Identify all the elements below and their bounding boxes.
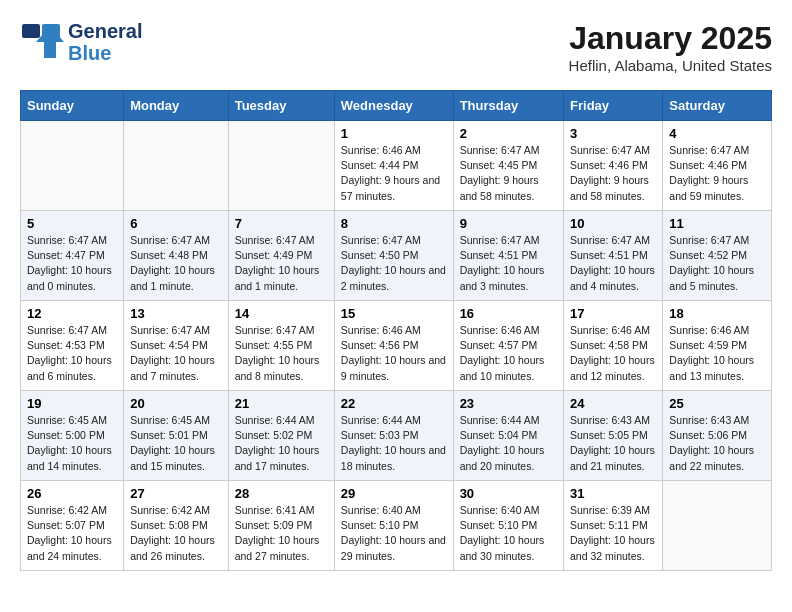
week-row-2: 5Sunrise: 6:47 AM Sunset: 4:47 PM Daylig… [21, 211, 772, 301]
calendar-cell: 1Sunrise: 6:46 AM Sunset: 4:44 PM Daylig… [334, 121, 453, 211]
calendar-cell: 10Sunrise: 6:47 AM Sunset: 4:51 PM Dayli… [564, 211, 663, 301]
logo: General Blue [20, 20, 142, 64]
day-info: Sunrise: 6:40 AM Sunset: 5:10 PM Dayligh… [341, 503, 447, 564]
day-number: 5 [27, 216, 117, 231]
day-number: 21 [235, 396, 328, 411]
day-info: Sunrise: 6:47 AM Sunset: 4:54 PM Dayligh… [130, 323, 222, 384]
day-info: Sunrise: 6:45 AM Sunset: 5:00 PM Dayligh… [27, 413, 117, 474]
header-day-tuesday: Tuesday [228, 91, 334, 121]
day-info: Sunrise: 6:47 AM Sunset: 4:55 PM Dayligh… [235, 323, 328, 384]
day-info: Sunrise: 6:47 AM Sunset: 4:50 PM Dayligh… [341, 233, 447, 294]
day-number: 28 [235, 486, 328, 501]
day-info: Sunrise: 6:47 AM Sunset: 4:48 PM Dayligh… [130, 233, 222, 294]
header-day-wednesday: Wednesday [334, 91, 453, 121]
calendar-cell: 19Sunrise: 6:45 AM Sunset: 5:00 PM Dayli… [21, 391, 124, 481]
day-number: 27 [130, 486, 222, 501]
day-number: 7 [235, 216, 328, 231]
day-number: 15 [341, 306, 447, 321]
day-info: Sunrise: 6:42 AM Sunset: 5:08 PM Dayligh… [130, 503, 222, 564]
day-number: 6 [130, 216, 222, 231]
day-info: Sunrise: 6:47 AM Sunset: 4:49 PM Dayligh… [235, 233, 328, 294]
calendar-body: 1Sunrise: 6:46 AM Sunset: 4:44 PM Daylig… [21, 121, 772, 571]
calendar-cell: 5Sunrise: 6:47 AM Sunset: 4:47 PM Daylig… [21, 211, 124, 301]
logo-icon [20, 22, 64, 62]
day-number: 17 [570, 306, 656, 321]
day-info: Sunrise: 6:42 AM Sunset: 5:07 PM Dayligh… [27, 503, 117, 564]
calendar-cell: 17Sunrise: 6:46 AM Sunset: 4:58 PM Dayli… [564, 301, 663, 391]
calendar-cell: 24Sunrise: 6:43 AM Sunset: 5:05 PM Dayli… [564, 391, 663, 481]
page-header: General Blue January 2025 Heflin, Alabam… [20, 20, 772, 74]
calendar-cell: 16Sunrise: 6:46 AM Sunset: 4:57 PM Dayli… [453, 301, 563, 391]
calendar-cell: 20Sunrise: 6:45 AM Sunset: 5:01 PM Dayli… [124, 391, 229, 481]
day-number: 2 [460, 126, 557, 141]
day-number: 23 [460, 396, 557, 411]
day-number: 11 [669, 216, 765, 231]
day-number: 1 [341, 126, 447, 141]
calendar-cell: 3Sunrise: 6:47 AM Sunset: 4:46 PM Daylig… [564, 121, 663, 211]
week-row-5: 26Sunrise: 6:42 AM Sunset: 5:07 PM Dayli… [21, 481, 772, 571]
calendar-cell: 8Sunrise: 6:47 AM Sunset: 4:50 PM Daylig… [334, 211, 453, 301]
calendar-cell [21, 121, 124, 211]
day-number: 30 [460, 486, 557, 501]
day-info: Sunrise: 6:47 AM Sunset: 4:47 PM Dayligh… [27, 233, 117, 294]
calendar-cell: 28Sunrise: 6:41 AM Sunset: 5:09 PM Dayli… [228, 481, 334, 571]
logo-line1: General [68, 20, 142, 42]
calendar-cell: 31Sunrise: 6:39 AM Sunset: 5:11 PM Dayli… [564, 481, 663, 571]
day-number: 29 [341, 486, 447, 501]
calendar-cell: 23Sunrise: 6:44 AM Sunset: 5:04 PM Dayli… [453, 391, 563, 481]
day-info: Sunrise: 6:47 AM Sunset: 4:51 PM Dayligh… [570, 233, 656, 294]
calendar-cell: 26Sunrise: 6:42 AM Sunset: 5:07 PM Dayli… [21, 481, 124, 571]
calendar-title: January 2025 [569, 20, 772, 57]
day-number: 9 [460, 216, 557, 231]
day-info: Sunrise: 6:47 AM Sunset: 4:51 PM Dayligh… [460, 233, 557, 294]
day-info: Sunrise: 6:46 AM Sunset: 4:56 PM Dayligh… [341, 323, 447, 384]
day-info: Sunrise: 6:45 AM Sunset: 5:01 PM Dayligh… [130, 413, 222, 474]
calendar-header: SundayMondayTuesdayWednesdayThursdayFrid… [21, 91, 772, 121]
day-number: 16 [460, 306, 557, 321]
calendar-cell: 9Sunrise: 6:47 AM Sunset: 4:51 PM Daylig… [453, 211, 563, 301]
day-info: Sunrise: 6:47 AM Sunset: 4:45 PM Dayligh… [460, 143, 557, 204]
day-number: 18 [669, 306, 765, 321]
header-row: SundayMondayTuesdayWednesdayThursdayFrid… [21, 91, 772, 121]
calendar-cell: 6Sunrise: 6:47 AM Sunset: 4:48 PM Daylig… [124, 211, 229, 301]
header-day-sunday: Sunday [21, 91, 124, 121]
calendar-cell: 27Sunrise: 6:42 AM Sunset: 5:08 PM Dayli… [124, 481, 229, 571]
day-info: Sunrise: 6:47 AM Sunset: 4:46 PM Dayligh… [669, 143, 765, 204]
day-number: 3 [570, 126, 656, 141]
day-number: 25 [669, 396, 765, 411]
day-info: Sunrise: 6:39 AM Sunset: 5:11 PM Dayligh… [570, 503, 656, 564]
day-number: 4 [669, 126, 765, 141]
day-info: Sunrise: 6:44 AM Sunset: 5:02 PM Dayligh… [235, 413, 328, 474]
day-number: 26 [27, 486, 117, 501]
day-number: 8 [341, 216, 447, 231]
day-info: Sunrise: 6:47 AM Sunset: 4:53 PM Dayligh… [27, 323, 117, 384]
calendar-cell: 18Sunrise: 6:46 AM Sunset: 4:59 PM Dayli… [663, 301, 772, 391]
day-number: 13 [130, 306, 222, 321]
day-info: Sunrise: 6:46 AM Sunset: 4:58 PM Dayligh… [570, 323, 656, 384]
logo-text-block: General Blue [68, 20, 142, 64]
day-info: Sunrise: 6:43 AM Sunset: 5:06 PM Dayligh… [669, 413, 765, 474]
day-info: Sunrise: 6:41 AM Sunset: 5:09 PM Dayligh… [235, 503, 328, 564]
day-number: 19 [27, 396, 117, 411]
calendar-cell: 13Sunrise: 6:47 AM Sunset: 4:54 PM Dayli… [124, 301, 229, 391]
day-number: 20 [130, 396, 222, 411]
calendar-cell: 12Sunrise: 6:47 AM Sunset: 4:53 PM Dayli… [21, 301, 124, 391]
calendar-cell: 14Sunrise: 6:47 AM Sunset: 4:55 PM Dayli… [228, 301, 334, 391]
calendar-cell: 25Sunrise: 6:43 AM Sunset: 5:06 PM Dayli… [663, 391, 772, 481]
week-row-1: 1Sunrise: 6:46 AM Sunset: 4:44 PM Daylig… [21, 121, 772, 211]
day-info: Sunrise: 6:47 AM Sunset: 4:52 PM Dayligh… [669, 233, 765, 294]
calendar-cell: 15Sunrise: 6:46 AM Sunset: 4:56 PM Dayli… [334, 301, 453, 391]
day-info: Sunrise: 6:46 AM Sunset: 4:44 PM Dayligh… [341, 143, 447, 204]
svg-rect-0 [22, 24, 40, 38]
week-row-3: 12Sunrise: 6:47 AM Sunset: 4:53 PM Dayli… [21, 301, 772, 391]
day-number: 14 [235, 306, 328, 321]
day-info: Sunrise: 6:46 AM Sunset: 4:59 PM Dayligh… [669, 323, 765, 384]
day-info: Sunrise: 6:40 AM Sunset: 5:10 PM Dayligh… [460, 503, 557, 564]
calendar-cell: 7Sunrise: 6:47 AM Sunset: 4:49 PM Daylig… [228, 211, 334, 301]
day-info: Sunrise: 6:43 AM Sunset: 5:05 PM Dayligh… [570, 413, 656, 474]
calendar-cell: 21Sunrise: 6:44 AM Sunset: 5:02 PM Dayli… [228, 391, 334, 481]
day-number: 24 [570, 396, 656, 411]
header-day-monday: Monday [124, 91, 229, 121]
day-number: 10 [570, 216, 656, 231]
calendar-cell [663, 481, 772, 571]
